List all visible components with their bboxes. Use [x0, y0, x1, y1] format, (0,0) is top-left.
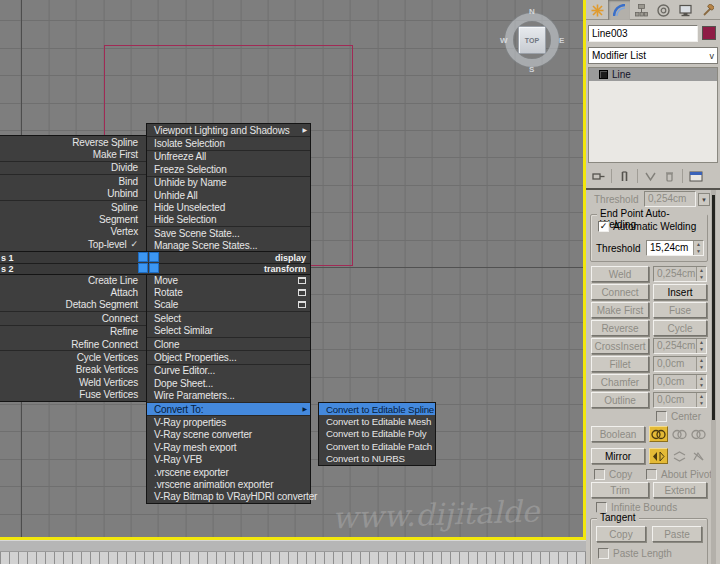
spinner-arrows[interactable]: ▲▼ — [696, 375, 706, 389]
cross-insert-button[interactable]: CrossInsert — [591, 338, 649, 354]
make-unique-icon[interactable] — [644, 170, 657, 183]
menu-item-reverse-spline[interactable]: Reverse Spline — [0, 136, 147, 148]
menu-item-refine[interactable]: Refine — [0, 326, 147, 338]
chamfer-button[interactable]: Chamfer — [591, 374, 649, 390]
tab-utilities[interactable] — [696, 0, 718, 20]
boolean-subtraction-icon[interactable] — [670, 426, 689, 442]
pin-stack-icon[interactable] — [592, 170, 605, 183]
cycle-button[interactable]: Cycle — [653, 320, 707, 336]
tangent-paste-button[interactable]: Paste — [652, 526, 702, 542]
cross-insert-spinner[interactable]: 0,254cm ▲▼ — [653, 338, 707, 354]
mirror-horizontal-icon[interactable] — [649, 448, 668, 464]
menu-item-bind[interactable]: Bind — [0, 175, 147, 187]
paste-length-checkbox[interactable]: Paste Length — [598, 548, 672, 559]
menu-item-v-ray-vfb[interactable]: V-Ray VFB — [147, 453, 310, 465]
outline-button[interactable]: Outline — [591, 392, 649, 408]
menu-item-fuse-vertices[interactable]: Fuse Vertices — [0, 389, 147, 401]
trim-button[interactable]: Trim — [591, 482, 649, 498]
menu-item-dope-sheet[interactable]: Dope Sheet... — [147, 377, 310, 389]
menu-item-rotate[interactable]: Rotate — [147, 286, 310, 298]
menu-item-convert-to-editable-patch[interactable]: Convert to Editable Patch — [319, 440, 435, 452]
menu-item-scale[interactable]: Scale — [147, 299, 310, 311]
checkbox-icon[interactable] — [598, 548, 609, 559]
menu-item-v-ray-bitmap-to-vrayhdri-converter[interactable]: V-Ray Bitmap to VRayHDRI converter — [147, 491, 310, 503]
center-checkbox[interactable]: Center — [656, 411, 701, 422]
spinner-arrows[interactable]: ▲▼ — [696, 339, 706, 353]
extend-button[interactable]: Extend — [653, 482, 707, 498]
spinner-arrows[interactable]: ▲▼ — [696, 357, 706, 371]
menu-item-move[interactable]: Move — [147, 274, 310, 286]
fillet-button[interactable]: Fillet — [591, 356, 649, 372]
menu-item-convert-to-editable-poly[interactable]: Convert to Editable Poly — [319, 428, 435, 440]
mirror-vertical-icon[interactable] — [670, 448, 689, 464]
viewcube[interactable]: TOP N E S W — [503, 11, 561, 69]
object-name-input[interactable] — [588, 25, 698, 42]
menu-item-clone[interactable]: Clone — [147, 338, 310, 350]
menu-item-refine-connect[interactable]: Refine Connect — [0, 338, 147, 350]
copy-checkbox[interactable]: Copy — [594, 469, 632, 480]
menu-item-v-ray-properties[interactable]: V-Ray properties — [147, 416, 310, 428]
menu-item-object-properties[interactable]: Object Properties... — [147, 351, 310, 363]
menu-item-divide[interactable]: Divide — [0, 162, 147, 174]
spinner-arrows[interactable]: ▲▼ — [696, 393, 706, 407]
menu-item-convert-to-editable-mesh[interactable]: Convert to Editable Mesh — [319, 415, 435, 427]
about-pivot-checkbox[interactable]: About Pivot — [646, 469, 712, 480]
tab-create[interactable] — [586, 0, 608, 20]
checkbox-icon[interactable] — [594, 469, 605, 480]
menu-item-convert-to[interactable]: Convert To:▶ — [147, 403, 310, 415]
menu-item-v-ray-scene-converter[interactable]: V-Ray scene converter — [147, 429, 310, 441]
spinner-arrows[interactable]: ▲▼ — [693, 241, 703, 255]
menu-item-detach-segment[interactable]: Detach Segment — [0, 299, 147, 311]
viewcube-top-face[interactable]: TOP — [518, 26, 546, 54]
menu-item-segment[interactable]: Segment — [0, 213, 147, 225]
remove-modifier-icon[interactable] — [663, 170, 676, 183]
menu-item-weld-vertices[interactable]: Weld Vertices — [0, 376, 147, 388]
modifier-list-dropdown[interactable]: Modifier List v — [588, 47, 718, 64]
menu-item-isolate-selection[interactable]: Isolate Selection — [147, 137, 310, 149]
boolean-button[interactable]: Boolean — [591, 426, 645, 442]
menu-item-spline[interactable]: Spline — [0, 201, 147, 213]
menu-item-wire-parameters[interactable]: Wire Parameters... — [147, 390, 310, 402]
tangent-copy-button[interactable]: Copy — [596, 526, 646, 542]
menu-item-unfreeze-all[interactable]: Unfreeze All — [147, 151, 310, 163]
tab-hierarchy[interactable] — [630, 0, 652, 20]
menu-item-break-vertices[interactable]: Break Vertices — [0, 364, 147, 376]
menu-item-attach[interactable]: Attach — [0, 286, 147, 298]
stack-item-line[interactable]: Line — [589, 68, 717, 81]
modifier-stack-list[interactable]: Line — [588, 67, 718, 163]
checkbox-checked-icon[interactable]: ✓ — [598, 221, 609, 232]
menu-item-hide-selection[interactable]: Hide Selection — [147, 214, 310, 226]
menu-item-hide-unselected[interactable]: Hide Unselected — [147, 201, 310, 213]
threshold-spinner[interactable]: 15,24cm ▲▼ — [646, 240, 704, 256]
menu-item-vertex[interactable]: Vertex — [0, 226, 147, 238]
boolean-intersection-icon[interactable] — [689, 426, 708, 442]
menu-item-cycle-vertices[interactable]: Cycle Vertices — [0, 351, 147, 363]
menu-item-create-line[interactable]: Create Line — [0, 274, 147, 286]
time-slider-strip[interactable] — [0, 540, 586, 551]
object-color-swatch[interactable] — [702, 26, 716, 40]
menu-item-top-level[interactable]: Top-level✓ — [0, 238, 147, 250]
fillet-spinner[interactable]: 0,0cm ▲▼ — [653, 356, 707, 372]
menu-item-viewport-lighting-and-shadows[interactable]: Viewport Lighting and Shadows▶ — [147, 124, 310, 136]
menu-item-select-similar[interactable]: Select Similar — [147, 325, 310, 337]
outline-spinner[interactable]: 0,0cm ▲▼ — [653, 392, 707, 408]
weld-button[interactable]: Weld — [591, 266, 649, 282]
menu-item-unhide-by-name[interactable]: Unhide by Name — [147, 177, 310, 189]
mirror-button[interactable]: Mirror — [591, 448, 645, 464]
show-end-result-icon[interactable] — [618, 170, 631, 183]
weld-threshold-spinner[interactable]: 0,254cm ▲▼ — [653, 266, 707, 282]
dropdown-arrow-icon[interactable]: ▼ — [698, 193, 710, 206]
connect-button[interactable]: Connect — [591, 284, 649, 300]
tab-display[interactable] — [674, 0, 696, 20]
fuse-button[interactable]: Fuse — [653, 302, 707, 318]
menu-item-save-scene-state[interactable]: Save Scene State... — [147, 227, 310, 239]
menu-item-convert-to-editable-spline[interactable]: Convert to Editable Spline — [319, 403, 435, 415]
panel-scrollbar[interactable] — [711, 190, 716, 564]
automatic-welding-checkbox[interactable]: ✓ Automatic Welding — [598, 221, 696, 232]
menu-item-connect[interactable]: Connect — [0, 312, 147, 324]
menu-item-vrscene-exporter[interactable]: .vrscene exporter — [147, 466, 310, 478]
boolean-union-icon[interactable] — [649, 426, 668, 442]
checkbox-icon[interactable] — [646, 469, 657, 480]
tab-modify[interactable] — [608, 0, 630, 20]
menu-item-convert-to-nurbs[interactable]: Convert to NURBS — [319, 453, 435, 465]
